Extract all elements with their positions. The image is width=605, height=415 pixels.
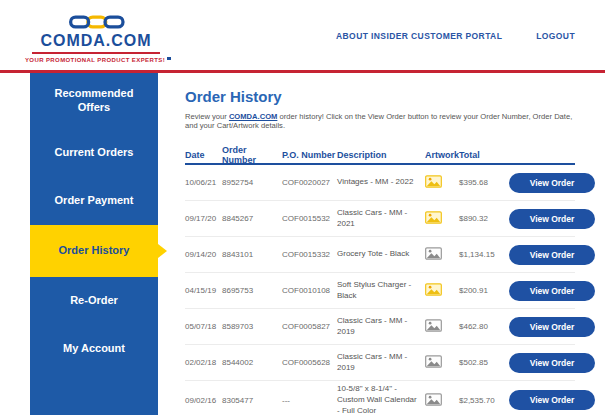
row-order-number: 8544002 [222, 358, 282, 367]
view-order-button[interactable]: View Order [509, 173, 595, 193]
row-order-number: 8952754 [222, 178, 282, 187]
sidebar-item-current-orders[interactable]: Current Orders [30, 129, 158, 177]
row-description: Classic Cars - MM - 2019 [337, 352, 425, 374]
row-description: Vintages - MM - 2022 [337, 177, 425, 188]
table-row: 09/02/16 8305477 --- 10-5/8" x 8-1/4" - … [185, 381, 575, 415]
artwork-image-icon[interactable] [425, 211, 442, 224]
row-po-number: COF0015532 [282, 214, 337, 223]
row-po-number: COF0015332 [282, 250, 337, 259]
col-total: Total [459, 150, 509, 160]
col-date: Date [185, 150, 222, 160]
comda-link[interactable]: COMDA.COM [229, 112, 278, 121]
tagline-text: YOUR PROMOTIONAL PRODUCT EXPERTS! [25, 57, 165, 63]
row-description: Classic Cars - MM - 2019 [337, 316, 425, 338]
intro-prefix: Review your [185, 112, 229, 121]
row-po-number: COF0010108 [282, 286, 337, 295]
col-po-number: P.O. Number [282, 150, 337, 160]
table-row: 05/07/18 8589703 COF0005827 Classic Cars… [185, 309, 575, 345]
table-header-row: Date Order Number P.O. Number Descriptio… [185, 145, 575, 165]
row-date: 10/06/21 [185, 178, 222, 187]
sidebar-item-order-history[interactable]: Order History [30, 225, 158, 277]
artwork-image-icon[interactable] [425, 319, 442, 332]
row-total: $1,134.15 [459, 250, 509, 259]
row-order-number: 8305477 [222, 396, 282, 405]
table-row: 04/15/19 8695753 COF0010108 Soft Stylus … [185, 273, 575, 309]
header: COMDA.COM YOUR PROMOTIONAL PRODUCT EXPER… [0, 0, 605, 73]
row-description: Grocery Tote - Black [337, 249, 425, 260]
row-total: $200.91 [459, 286, 509, 295]
view-order-button[interactable]: View Order [509, 317, 595, 337]
tagline: YOUR PROMOTIONAL PRODUCT EXPERTS! [30, 57, 162, 63]
sidebar-item-re-order[interactable]: Re-Order [30, 277, 158, 325]
table-row: 09/14/20 8843101 COF0015332 Grocery Tote… [185, 237, 575, 273]
logo[interactable]: COMDA.COM YOUR PROMOTIONAL PRODUCT EXPER… [30, 13, 162, 63]
view-order-button[interactable]: View Order [509, 209, 595, 229]
artwork-image-icon[interactable] [425, 283, 442, 296]
view-order-button[interactable]: View Order [509, 353, 595, 373]
row-date: 09/14/20 [185, 250, 222, 259]
col-order-number: Order Number [222, 145, 282, 165]
logout-link[interactable]: LOGOUT [536, 31, 575, 41]
view-order-button[interactable]: View Order [509, 281, 595, 301]
brand-underline [32, 52, 160, 54]
top-nav: ABOUT INSIDER CUSTOMER PORTAL LOGOUT [336, 31, 575, 41]
artwork-image-icon[interactable] [425, 393, 442, 406]
row-description: Soft Stylus Charger - Black [337, 280, 425, 302]
view-order-button[interactable]: View Order [509, 245, 595, 265]
row-date: 05/07/18 [185, 322, 222, 331]
row-po-number: COF0005827 [282, 322, 337, 331]
row-description: 10-5/8" x 8-1/4" - Custom Wall Calendar … [337, 384, 425, 415]
row-po-number: COF0005628 [282, 358, 337, 367]
row-po-number: COF0020027 [282, 178, 337, 187]
order-table-body: 10/06/21 8952754 COF0020027 Vintages - M… [185, 165, 575, 415]
row-order-number: 8589703 [222, 322, 282, 331]
intro-text: Review your COMDA.COM order history! Cli… [185, 112, 575, 130]
brand-name: COMDA.COM [30, 32, 162, 50]
order-history-table: Date Order Number P.O. Number Descriptio… [185, 145, 575, 415]
sidebar-item-recommended-offers[interactable]: Recommended Offers [30, 73, 158, 129]
view-order-button[interactable]: View Order [509, 390, 595, 410]
artwork-image-icon[interactable] [425, 247, 442, 260]
artwork-image-icon[interactable] [425, 175, 442, 188]
row-total: $2,535.70 [459, 396, 509, 405]
row-total: $502.85 [459, 358, 509, 367]
row-total: $890.32 [459, 214, 509, 223]
row-date: 04/15/19 [185, 286, 222, 295]
row-date: 02/02/18 [185, 358, 222, 367]
row-description: Classic Cars - MM - 2021 [337, 208, 425, 230]
row-order-number: 8695753 [222, 286, 282, 295]
row-total: $395.68 [459, 178, 509, 187]
row-order-number: 8845267 [222, 214, 282, 223]
row-total: $462.80 [459, 322, 509, 331]
row-date: 09/02/16 [185, 396, 222, 405]
table-row: 02/02/18 8544002 COF0005628 Classic Cars… [185, 345, 575, 381]
sidebar-item-order-payment[interactable]: Order Payment [30, 177, 158, 225]
main-content: Order History Review your COMDA.COM orde… [185, 73, 575, 415]
artwork-image-icon[interactable] [425, 355, 442, 368]
about-insider-customer-portal-link[interactable]: ABOUT INSIDER CUSTOMER PORTAL [336, 31, 502, 41]
col-artwork: Artwork [425, 150, 459, 160]
row-order-number: 8843101 [222, 250, 282, 259]
table-row: 10/06/21 8952754 COF0020027 Vintages - M… [185, 165, 575, 201]
row-date: 09/17/20 [185, 214, 222, 223]
col-description: Description [337, 150, 425, 160]
sidebar-item-my-account[interactable]: My Account [30, 325, 158, 373]
chain-links-icon [65, 13, 127, 31]
page-title: Order History [185, 88, 575, 105]
sidebar: Recommended Offers Current Orders Order … [30, 73, 158, 415]
row-po-number: --- [282, 396, 337, 405]
table-row: 09/17/20 8845267 COF0015532 Classic Cars… [185, 201, 575, 237]
